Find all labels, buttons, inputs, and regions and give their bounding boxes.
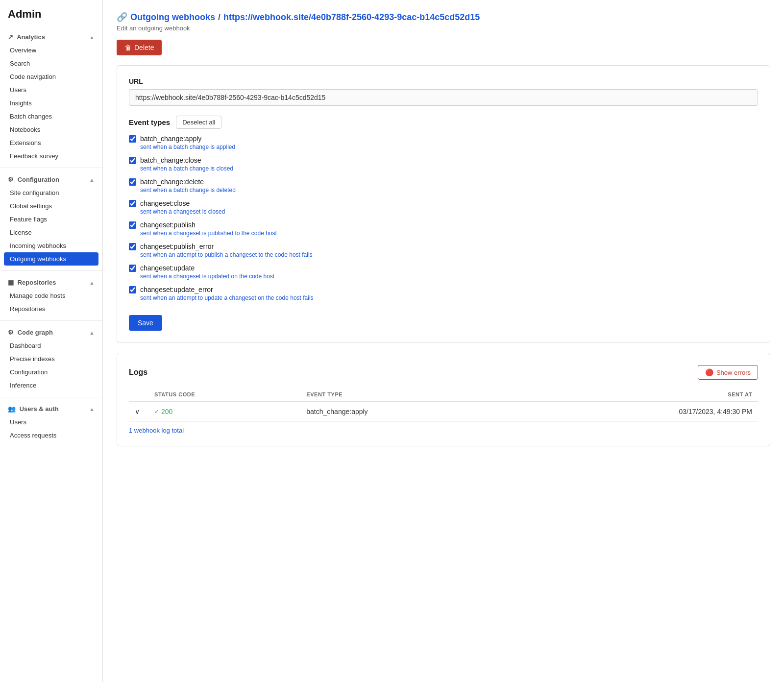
event-name: changeset:publish xyxy=(140,221,196,229)
logs-card: Logs 🔴 Show errors STATUS CODE EVENT TYP… xyxy=(117,353,770,446)
sidebar-item-users[interactable]: Users xyxy=(0,415,102,429)
event-checkbox-changeset-publish[interactable] xyxy=(129,221,136,229)
save-button[interactable]: Save xyxy=(129,315,162,331)
sidebar-item-global-settings[interactable]: Global settings xyxy=(0,199,102,213)
status-ok: ✓ 200 xyxy=(154,408,294,415)
sidebar-item-repositories[interactable]: Repositories xyxy=(0,302,102,316)
sidebar-item-feedback-survey[interactable]: Feedback survey xyxy=(0,149,102,163)
event-checkbox-batch-change-apply[interactable] xyxy=(129,135,136,143)
logs-table: STATUS CODE EVENT TYPE SENT AT ∨ ✓ 200 xyxy=(129,388,758,422)
sidebar-item-config[interactable]: Configuration xyxy=(0,365,102,379)
analytics-section-header[interactable]: ↗ Analytics ▲ xyxy=(0,30,102,44)
breadcrumb: 🔗 Outgoing webhooks / https://webhook.si… xyxy=(117,12,770,23)
event-item-changeset-publish-error: changeset:publish_error sent when an att… xyxy=(129,243,758,258)
error-circle-icon: 🔴 xyxy=(705,368,713,376)
deselect-all-button[interactable]: Deselect all xyxy=(176,116,221,129)
event-label-changeset-close[interactable]: changeset:close xyxy=(129,199,758,207)
event-label-changeset-publish-error[interactable]: changeset:publish_error xyxy=(129,243,758,250)
configuration-section-label: Configuration xyxy=(18,176,59,183)
analytics-section-label: Analytics xyxy=(17,33,45,41)
logs-table-body: ∨ ✓ 200 batch_change:apply 03/17/2023, 4… xyxy=(129,402,758,422)
logs-title: Logs xyxy=(129,368,147,377)
main-content: 🔗 Outgoing webhooks / https://webhook.si… xyxy=(103,0,784,682)
log-total: 1 webhook log total xyxy=(129,427,758,434)
codegraph-section-label: Code graph xyxy=(18,329,53,336)
breadcrumb-current-link[interactable]: https://webhook.site/4e0b788f-2560-4293-… xyxy=(223,12,480,23)
sidebar-item-dashboard[interactable]: Dashboard xyxy=(0,339,102,352)
event-checkbox-changeset-close[interactable] xyxy=(129,200,136,207)
repositories-icon: ▦ xyxy=(8,279,14,286)
delete-button[interactable]: 🗑 Delete xyxy=(117,40,162,55)
configuration-chevron-icon: ▲ xyxy=(89,177,95,183)
event-checkbox-batch-change-delete[interactable] xyxy=(129,178,136,186)
status-code-cell: ✓ 200 xyxy=(148,402,300,422)
event-name: batch_change:delete xyxy=(140,178,204,186)
sidebar-item-batch-changes[interactable]: Batch changes xyxy=(0,110,102,123)
sent-at-header: SENT AT xyxy=(512,388,758,402)
sidebar-item-incoming-webhooks[interactable]: Incoming webhooks xyxy=(0,239,102,252)
sidebar-item-users-analytics[interactable]: Users xyxy=(0,83,102,97)
event-item-changeset-close: changeset:close sent when a changeset is… xyxy=(129,199,758,215)
table-row: ∨ ✓ 200 batch_change:apply 03/17/2023, 4… xyxy=(129,402,758,422)
event-label-changeset-update-error[interactable]: changeset:update_error xyxy=(129,286,758,293)
webhook-form-card: URL Event types Deselect all batch_chang… xyxy=(117,65,770,343)
event-name: batch_change:apply xyxy=(140,135,201,143)
sidebar-item-feature-flags[interactable]: Feature flags xyxy=(0,213,102,226)
event-checkbox-changeset-publish-error[interactable] xyxy=(129,243,136,250)
codegraph-section: ⚙ Code graph ▲ Dashboard Precise indexes… xyxy=(0,324,102,394)
repositories-section: ▦ Repositories ▲ Manage code hosts Repos… xyxy=(0,274,102,317)
trash-icon: 🗑 xyxy=(124,44,131,51)
event-checkbox-changeset-update-error[interactable] xyxy=(129,286,136,293)
sidebar-item-code-navigation[interactable]: Code navigation xyxy=(0,70,102,83)
show-errors-button[interactable]: 🔴 Show errors xyxy=(698,365,758,380)
event-checkbox-changeset-update[interactable] xyxy=(129,265,136,272)
status-code-header: STATUS CODE xyxy=(148,388,300,402)
sidebar-divider-1 xyxy=(0,168,102,168)
sidebar-item-site-configuration[interactable]: Site configuration xyxy=(0,186,102,199)
configuration-section-header[interactable]: ⚙ Configuration ▲ xyxy=(0,173,102,186)
url-input[interactable] xyxy=(129,89,758,106)
sidebar-item-overview[interactable]: Overview xyxy=(0,44,102,57)
sidebar-item-license[interactable]: License xyxy=(0,226,102,239)
event-item-changeset-publish: changeset:publish sent when a changeset … xyxy=(129,221,758,237)
event-label-changeset-update[interactable]: changeset:update xyxy=(129,264,758,272)
event-name: changeset:update xyxy=(140,264,195,272)
event-item-batch-change-close: batch_change:close sent when a batch cha… xyxy=(129,156,758,172)
sidebar-item-insights[interactable]: Insights xyxy=(0,97,102,110)
event-label-batch-change-close[interactable]: batch_change:close xyxy=(129,156,758,164)
breadcrumb-parent-link[interactable]: Outgoing webhooks xyxy=(130,12,215,23)
event-label-batch-change-apply[interactable]: batch_change:apply xyxy=(129,135,758,143)
sidebar-item-outgoing-webhooks[interactable]: Outgoing webhooks xyxy=(4,252,98,266)
event-name: changeset:update_error xyxy=(140,286,213,293)
repositories-section-header[interactable]: ▦ Repositories ▲ xyxy=(0,276,102,289)
logs-table-header-row: STATUS CODE EVENT TYPE SENT AT xyxy=(129,388,758,402)
show-errors-label: Show errors xyxy=(716,369,751,376)
event-checkbox-batch-change-close[interactable] xyxy=(129,157,136,164)
sidebar-item-notebooks[interactable]: Notebooks xyxy=(0,123,102,136)
event-item-batch-change-delete: batch_change:delete sent when a batch ch… xyxy=(129,178,758,194)
configuration-section: ⚙ Configuration ▲ Site configuration Glo… xyxy=(0,171,102,268)
usersauth-section-header[interactable]: 👥 Users & auth ▲ xyxy=(0,402,102,415)
sidebar-item-precise-indexes[interactable]: Precise indexes xyxy=(0,352,102,365)
sidebar-item-search[interactable]: Search xyxy=(0,57,102,70)
event-name: changeset:publish_error xyxy=(140,243,214,250)
sidebar-item-manage-code-hosts[interactable]: Manage code hosts xyxy=(0,289,102,302)
url-label: URL xyxy=(129,77,758,85)
app-title: Admin xyxy=(0,8,102,28)
sidebar-divider-2 xyxy=(0,270,102,271)
breadcrumb-separator: / xyxy=(218,12,220,23)
delete-button-label: Delete xyxy=(134,44,154,51)
codegraph-section-header[interactable]: ⚙ Code graph ▲ xyxy=(0,326,102,339)
sidebar-item-inference[interactable]: Inference xyxy=(0,379,102,392)
event-label-batch-change-delete[interactable]: batch_change:delete xyxy=(129,178,758,186)
expand-cell[interactable]: ∨ xyxy=(129,402,148,422)
event-desc-changeset-close: sent when a changeset is closed xyxy=(140,208,758,215)
event-label-changeset-publish[interactable]: changeset:publish xyxy=(129,221,758,229)
usersauth-icon: 👥 xyxy=(8,405,16,413)
sidebar-item-extensions[interactable]: Extensions xyxy=(0,136,102,149)
event-desc-changeset-update-error: sent when an attempt to update a changes… xyxy=(140,294,758,301)
chevron-down-icon: ∨ xyxy=(135,408,140,415)
sidebar-item-access-requests[interactable]: Access requests xyxy=(0,429,102,442)
sidebar-divider-3 xyxy=(0,320,102,321)
analytics-chevron-icon: ▲ xyxy=(89,34,95,40)
